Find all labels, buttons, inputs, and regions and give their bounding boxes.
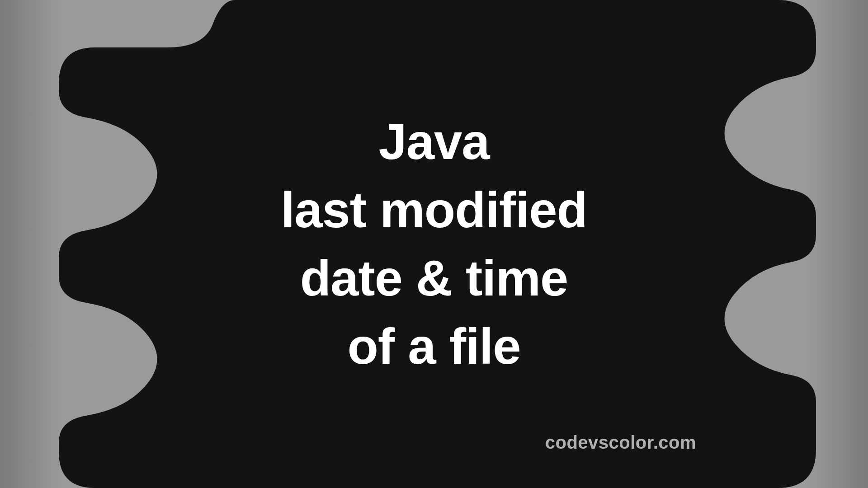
main-title: Java last modified date & time of a file <box>281 108 587 381</box>
title-line-1: Java <box>281 108 587 176</box>
watermark-text: codevscolor.com <box>545 432 696 453</box>
title-line-3: date & time <box>281 244 587 312</box>
title-container: Java last modified date & time of a file <box>0 0 868 488</box>
title-line-4: of a file <box>281 312 587 380</box>
title-line-2: last modified <box>281 176 587 244</box>
